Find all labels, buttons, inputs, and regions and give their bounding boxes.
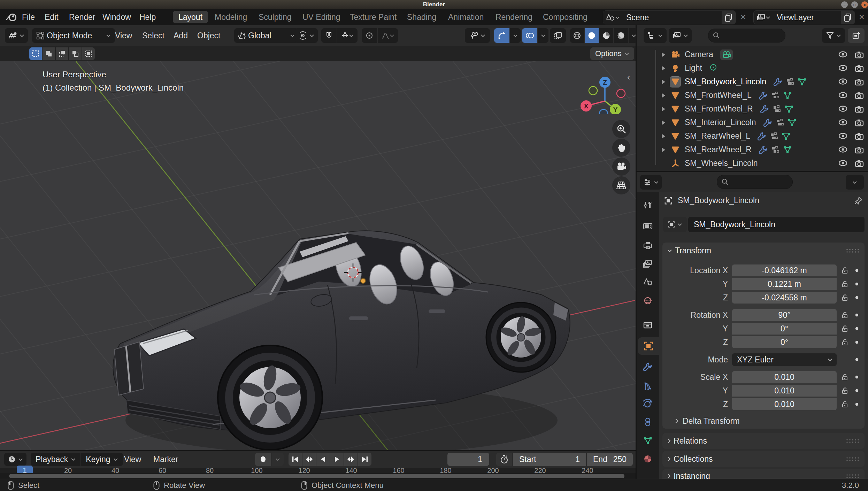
tab-view-layer[interactable] bbox=[637, 255, 659, 273]
collections-panel[interactable]: Collections bbox=[662, 451, 865, 467]
select-mode-subtract[interactable] bbox=[56, 47, 68, 60]
animate-dot[interactable] bbox=[853, 313, 861, 317]
show-gizmo-toggle[interactable] bbox=[494, 28, 509, 43]
tab-material[interactable] bbox=[637, 450, 659, 468]
outliner-row-rearwheel-l[interactable]: SM_RearWheel_L bbox=[637, 129, 868, 143]
modifier-wrench-icon[interactable] bbox=[759, 145, 768, 154]
pin-icon[interactable] bbox=[854, 197, 862, 205]
tab-particles[interactable] bbox=[637, 377, 659, 394]
gizmo-dropdown[interactable] bbox=[510, 28, 521, 43]
outliner-search-input[interactable] bbox=[708, 29, 785, 43]
transform-orientation-dropdown[interactable]: Global bbox=[234, 28, 298, 43]
scale-x-input[interactable]: 0.010 bbox=[732, 371, 837, 383]
viewlayer-unlink-icon[interactable]: ✕ bbox=[856, 10, 868, 24]
outliner-item-label[interactable]: SM_RearWheel_R bbox=[685, 145, 752, 154]
preview-range-toggle[interactable] bbox=[496, 453, 512, 466]
outliner-row-bodywork[interactable]: SM_Bodywork_Lincoln bbox=[637, 75, 868, 89]
rotation-y-input[interactable]: 0° bbox=[732, 323, 837, 335]
expand-icon[interactable] bbox=[662, 147, 665, 152]
viewport-menu-select[interactable]: Select bbox=[142, 25, 164, 46]
light-data-icon[interactable] bbox=[709, 64, 717, 73]
outliner-editor-dropdown[interactable] bbox=[644, 28, 667, 43]
shading-material-button[interactable] bbox=[599, 28, 613, 43]
xray-toggle[interactable] bbox=[550, 28, 566, 43]
auto-keying-toggle[interactable] bbox=[255, 453, 271, 466]
modifier-stack-icon[interactable] bbox=[773, 105, 781, 113]
hide-eye-icon[interactable] bbox=[838, 105, 848, 113]
properties-editor-dropdown[interactable] bbox=[640, 175, 662, 190]
animate-dot[interactable] bbox=[853, 282, 861, 286]
outliner-item-label[interactable]: SM_FrontWheel_L bbox=[685, 91, 752, 100]
tab-shading[interactable]: Shading bbox=[401, 11, 442, 23]
expand-icon[interactable] bbox=[662, 93, 665, 98]
drag-handle-icon[interactable] bbox=[846, 438, 860, 443]
render-visibility-icon[interactable] bbox=[855, 118, 864, 127]
modifier-wrench-icon[interactable] bbox=[773, 77, 782, 86]
empty-object-icon[interactable] bbox=[670, 158, 681, 169]
hide-eye-icon[interactable] bbox=[838, 51, 848, 59]
tab-rendering[interactable]: Rendering bbox=[490, 11, 538, 23]
mesh-data-icon[interactable] bbox=[783, 91, 792, 100]
modifier-wrench-icon[interactable] bbox=[759, 91, 768, 100]
current-frame-input[interactable]: 1 bbox=[447, 453, 489, 466]
tab-uv-editing[interactable]: UV Editing bbox=[297, 11, 346, 23]
animate-dot[interactable] bbox=[853, 402, 861, 406]
render-visibility-icon[interactable] bbox=[855, 64, 864, 72]
animate-dot[interactable] bbox=[853, 389, 861, 392]
frame-start-input[interactable]: Start 1 bbox=[513, 453, 586, 466]
select-mode-intersect[interactable] bbox=[82, 47, 95, 60]
modifier-stack-icon[interactable] bbox=[771, 146, 779, 154]
keying-menu[interactable]: Keying bbox=[80, 453, 123, 466]
timeline-scrollbar[interactable] bbox=[0, 473, 636, 479]
show-overlays-toggle[interactable] bbox=[522, 28, 537, 43]
modifier-wrench-icon[interactable] bbox=[760, 105, 769, 114]
animate-dot[interactable] bbox=[853, 327, 861, 330]
options-button[interactable]: Options bbox=[590, 47, 634, 60]
maximize-button[interactable]: □ bbox=[851, 1, 858, 8]
delta-transform-subpanel[interactable]: Delta Transform bbox=[662, 413, 865, 429]
next-keyframe-button[interactable] bbox=[344, 453, 358, 466]
hide-eye-icon[interactable] bbox=[838, 64, 848, 72]
modifier-stack-icon[interactable] bbox=[770, 132, 778, 140]
menu-help[interactable]: Help bbox=[139, 9, 156, 25]
outliner-item-label[interactable]: SM_Interior_Lincoln bbox=[685, 118, 756, 127]
light-object-icon[interactable] bbox=[670, 63, 681, 74]
timeline-ruler[interactable]: 20 40 60 80 100 120 140 160 180 200 220 … bbox=[0, 468, 636, 473]
animate-dot[interactable] bbox=[853, 296, 861, 299]
lock-icon[interactable] bbox=[837, 294, 853, 301]
playback-menu[interactable]: Playback bbox=[31, 453, 80, 466]
expand-icon[interactable] bbox=[662, 79, 665, 84]
blender-logo-icon[interactable] bbox=[6, 12, 17, 22]
expand-icon[interactable] bbox=[662, 52, 665, 57]
relations-panel[interactable]: Relations bbox=[662, 433, 865, 449]
mode-dropdown[interactable]: Object Mode bbox=[32, 28, 115, 43]
location-y-input[interactable]: 0.1221 m bbox=[732, 278, 837, 290]
tab-compositing[interactable]: Compositing bbox=[537, 11, 593, 23]
tab-layout[interactable]: Layout bbox=[173, 11, 208, 23]
render-visibility-icon[interactable] bbox=[855, 78, 864, 86]
proportional-edit-toggle[interactable] bbox=[362, 28, 377, 43]
ortho-grid-icon[interactable] bbox=[612, 176, 630, 194]
prev-keyframe-button[interactable] bbox=[302, 453, 316, 466]
scene-unlink-icon[interactable]: ✕ bbox=[737, 10, 749, 24]
tab-object-data[interactable] bbox=[637, 432, 659, 450]
jump-to-end-button[interactable] bbox=[358, 453, 371, 466]
select-mode-set[interactable] bbox=[29, 47, 42, 60]
timeline-scrollbar-thumb[interactable] bbox=[9, 474, 624, 478]
viewlayer-name[interactable]: ViewLayer bbox=[773, 13, 841, 22]
modifier-wrench-icon[interactable] bbox=[757, 132, 766, 141]
mesh-data-icon[interactable] bbox=[782, 132, 791, 140]
modifier-stack-icon[interactable] bbox=[776, 118, 784, 127]
modifier-wrench-icon[interactable] bbox=[763, 118, 772, 127]
outliner-item-label[interactable]: SM_Bodywork_Lincoln bbox=[685, 77, 766, 86]
rotation-x-input[interactable]: 90° bbox=[732, 309, 837, 321]
lock-icon[interactable] bbox=[837, 267, 853, 274]
outliner-display-mode-dropdown[interactable] bbox=[669, 28, 692, 43]
render-visibility-icon[interactable] bbox=[855, 51, 864, 59]
new-collection-button[interactable] bbox=[848, 28, 865, 43]
overlays-dropdown[interactable] bbox=[538, 28, 548, 43]
mesh-data-icon[interactable] bbox=[784, 105, 793, 113]
mesh-data-icon[interactable] bbox=[788, 118, 797, 127]
hide-eye-icon[interactable] bbox=[838, 146, 848, 154]
mesh-data-icon[interactable] bbox=[783, 146, 792, 154]
